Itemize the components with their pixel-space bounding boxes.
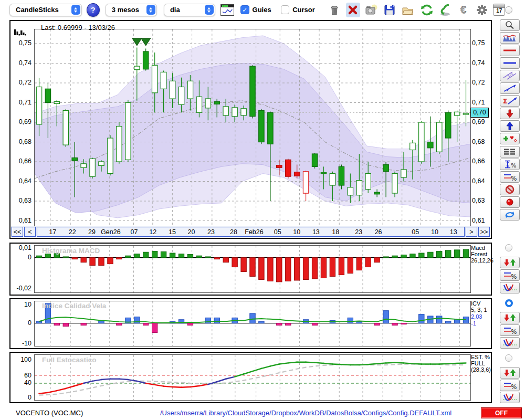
icv-select-radio[interactable] [505, 299, 513, 307]
settings-button[interactable] [475, 3, 489, 17]
date-tick-label: 26 [375, 228, 382, 236]
indicator-name-label: ICV [471, 300, 492, 307]
period-select[interactable]: 3 mesos [106, 4, 157, 16]
price-axis-right: 0,70 0,750,740,720,710,690,680,660,640,6… [470, 21, 491, 238]
stochastic-curve-button[interactable] [500, 392, 520, 403]
candlestick-plot[interactable] [34, 29, 471, 227]
fast-back-button[interactable]: << [12, 227, 23, 237]
fast-forward-button[interactable]: >> [478, 227, 490, 237]
guies-checkbox[interactable]: ✓ [240, 5, 249, 14]
stochastic-lines-percent-button[interactable]: % [500, 380, 520, 391]
chart-type-select[interactable]: CandleSticks [9, 4, 82, 16]
toolbar-radio[interactable] [505, 6, 512, 14]
delete-button[interactable] [346, 3, 360, 17]
date-axis: << < 172229Gen26071215202328Feb260510131… [11, 226, 490, 237]
price-tick-label: 0,63 [19, 197, 32, 204]
date-labels[interactable]: 172229Gen26071215202328Feb26051013182326… [37, 227, 465, 237]
indicator-tick-label: 0,01 [19, 244, 32, 251]
price-tick-label: 0,75 [472, 39, 485, 47]
sum-trend-tool-button[interactable]: Σ [500, 95, 520, 107]
magnifier-icon [503, 20, 517, 30]
macd-lines-percent-button[interactable]: % [500, 269, 520, 281]
open-button[interactable] [401, 3, 415, 17]
macd-signals-button[interactable] [500, 257, 520, 268]
red-line-icon [502, 46, 518, 55]
back-button[interactable]: < [24, 227, 36, 237]
stochastic-settings-label: EST. %FULL(28,3,6) [471, 354, 492, 373]
lines-percent-tool-button[interactable]: % [500, 171, 520, 183]
chart-window-button[interactable] [220, 4, 234, 16]
icv-signals-button[interactable] [500, 312, 520, 323]
stochastic-signals-button[interactable] [500, 367, 520, 379]
euro-button[interactable]: € [456, 3, 470, 17]
timeframe-select[interactable]: dia [164, 4, 215, 16]
indicator-tick-label: 100 [20, 356, 32, 363]
icv-lines-percent-button[interactable]: % [500, 324, 520, 336]
price-tick-label: 0,66 [472, 158, 485, 165]
signal-arrows-icon [502, 368, 518, 377]
icv-plot[interactable] [34, 301, 471, 346]
guies-label: Guies [253, 6, 271, 14]
trendline-tool-button[interactable] [500, 82, 520, 94]
lines-percent-icon: % [502, 270, 518, 280]
add-marker-tool-button[interactable] [500, 133, 520, 144]
help-button[interactable]: ? [87, 3, 100, 17]
date-tick-label: 22 [69, 228, 76, 236]
calendar-button[interactable]: 17 [493, 4, 505, 16]
cursor-checkbox[interactable] [281, 5, 289, 14]
chart-type-value: CandleSticks [16, 6, 59, 14]
price-tick-label: 0,64 [472, 177, 485, 185]
channel-tool-button[interactable] [500, 70, 520, 81]
sync-button[interactable] [438, 3, 452, 17]
vertical-measure-tool-button[interactable]: % [500, 159, 520, 170]
record-tool-button[interactable] [500, 196, 520, 208]
refresh-button[interactable] [419, 3, 434, 17]
macd-axis: 0,010-0,02 [10, 244, 34, 295]
blue-hline-tool-button[interactable] [500, 57, 520, 69]
macd-plot[interactable] [34, 245, 471, 293]
price-tick-label: 0,63 [472, 197, 485, 204]
svg-text:%: % [511, 162, 516, 169]
price-tick-label: 0,64 [19, 177, 32, 185]
date-tick-label: 10 [431, 228, 438, 236]
sell-arrow-tool-button[interactable] [500, 108, 520, 119]
indicator-tick-label: -10 [22, 340, 32, 347]
indicator-chart-button[interactable] [500, 32, 520, 44]
price-tick-label: 0,69 [19, 118, 32, 125]
signal-arrows-icon [502, 313, 518, 322]
save-button[interactable] [383, 3, 397, 17]
forward-button[interactable]: > [466, 227, 477, 237]
snapshot-button[interactable] [364, 3, 379, 17]
buy-arrow-tool-button[interactable] [500, 120, 520, 132]
date-tick-label: 12 [149, 228, 156, 236]
price-tick-label: 0,69 [472, 118, 485, 125]
icv-axis: 100-10 [10, 299, 34, 348]
trash-button[interactable] [328, 3, 342, 17]
trendline-icon [502, 83, 518, 93]
macd-curve-button[interactable] [500, 282, 520, 293]
disable-tool-button[interactable] [500, 184, 520, 195]
off-toggle-button[interactable]: OFF [481, 407, 522, 418]
zoom-tool-button[interactable] [500, 19, 520, 31]
price-tick-label: 0,68 [19, 138, 32, 145]
svg-text:%: % [511, 328, 517, 335]
price-tick-label: 0,61 [19, 217, 32, 224]
list-tool-button[interactable] [500, 146, 520, 158]
date-tick-label: 23 [207, 228, 215, 236]
price-tick-label: 0,74 [472, 59, 485, 67]
macd-select-radio[interactable] [505, 244, 512, 251]
symbol-label: VOCENTO (VOC.MC) [16, 409, 83, 417]
date-tick-label: 13 [312, 228, 320, 236]
stochastic-plot[interactable] [34, 354, 471, 401]
curve-icon [502, 338, 518, 348]
period-value: 3 mesos [112, 6, 139, 14]
refresh-swap-tool-button[interactable] [500, 209, 520, 220]
help-label: ? [91, 6, 96, 14]
price-tick-label: 0,66 [19, 158, 32, 165]
icv-curve-button[interactable] [500, 337, 520, 349]
red-hline-tool-button[interactable] [500, 45, 520, 56]
stochastic-select-radio[interactable] [505, 354, 512, 362]
cursor-label: Cursor [292, 6, 315, 14]
indicator-name-label: EST. % [471, 354, 492, 360]
charting-app-window: CandleSticks ? 3 mesos dia ✓ Guies Curso… [0, 0, 525, 420]
